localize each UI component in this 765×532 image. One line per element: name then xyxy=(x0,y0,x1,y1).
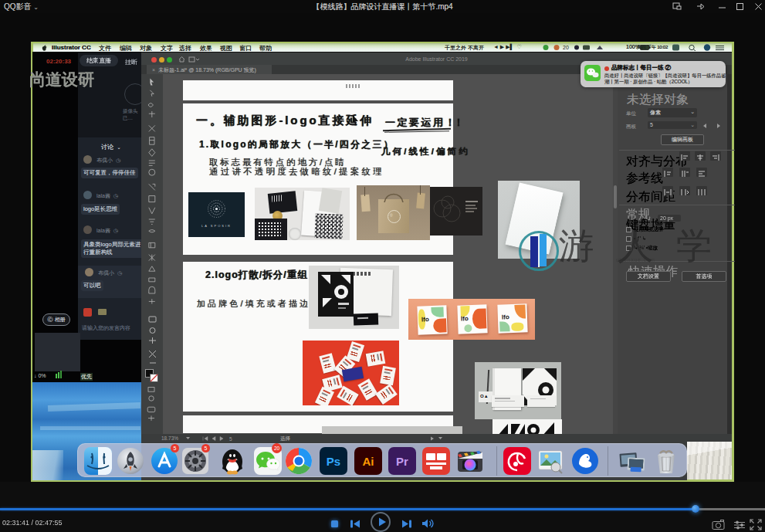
svg-text:20: 20 xyxy=(563,45,569,50)
svg-text:Pr: Pr xyxy=(396,455,408,468)
svg-text:Ai: Ai xyxy=(363,455,374,468)
svg-text:5: 5 xyxy=(229,436,232,441)
svg-text:Ps: Ps xyxy=(327,455,340,468)
